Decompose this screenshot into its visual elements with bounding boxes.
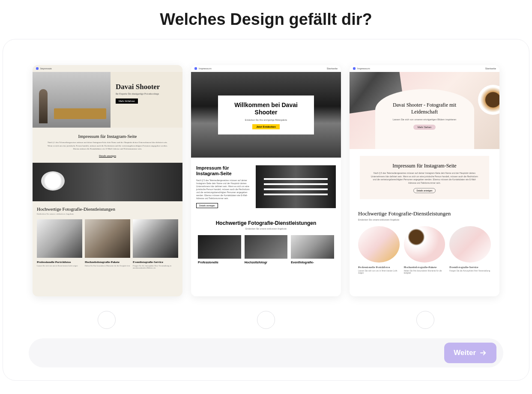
card-title: Eventfotografie- <box>291 261 334 264</box>
topbar-text: Impressum <box>357 67 370 70</box>
hero-section: Willkommen bei Davai Shooter Entdecken S… <box>191 72 341 158</box>
card-image <box>133 219 178 258</box>
card-image <box>245 235 288 259</box>
wide-image <box>33 163 182 201</box>
card-title: Professionelle Porträtfotos <box>358 266 400 269</box>
card-image <box>358 226 400 263</box>
arrow-right-icon <box>479 349 487 357</box>
card-title: Hochzeitsfotogr <box>245 261 288 264</box>
card-body: Fangen Sie die Atmosphäre Ihrer Veransta… <box>133 265 178 270</box>
card-body: Halten Sie Ihre besonderen Momente für d… <box>85 265 130 267</box>
impressum-section: Impressum für Instagram-Seite Nach § 5 d… <box>360 156 489 199</box>
services-subtitle: Entdecken Sie unsere exklusiven Angebote <box>200 227 332 230</box>
next-button-label: Weiter <box>454 349 476 357</box>
design-option-3[interactable]: Impressum Startseite Davai Shooter - Fot… <box>350 65 499 296</box>
topbar-text: Impressum <box>199 67 212 70</box>
impressum-body: Nach § 5 des Telemediengesetzes müssen a… <box>45 141 170 151</box>
footer-action-bar: Weiter <box>29 338 503 367</box>
services-section: Hochwertige Fotografie-Dienstleistungen … <box>33 201 182 275</box>
hero-text: Davai Shooter Ihr Experte für einzigarti… <box>111 72 182 128</box>
logo-icon <box>194 67 197 70</box>
services-header: Hochwertige Fotografie-Dienstleistungen … <box>191 216 341 233</box>
services-title: Hochwertige Fotografie-Dienstleistungen <box>37 206 178 212</box>
preview-topbar: Impressum Startseite <box>191 65 341 72</box>
card-image <box>449 226 491 263</box>
impressum-section: Impressum für Instagram-Seite Nach § 5 d… <box>33 128 182 163</box>
topbar-nav: Startseite <box>327 67 338 70</box>
impressum-title: Impressum für Instagram-Seite <box>369 163 480 169</box>
service-card: Professionelle Porträtfotos Lassen Sie s… <box>358 226 400 274</box>
hero-section: Davai Shooter Ihr Experte für einzigarti… <box>33 72 182 128</box>
impressum-body: Nach § 5 des Telemediengesetzes müssen a… <box>369 172 480 185</box>
card-title: Professionelle Porträtfotos <box>37 260 82 264</box>
card-title: Eventfotografie-Service <box>133 260 178 264</box>
select-design-1-radio[interactable] <box>98 311 116 329</box>
select-design-2-radio[interactable] <box>257 311 275 329</box>
card-image <box>291 235 334 259</box>
services-section: Hochwertige Fotografie-Dienstleistungen … <box>350 206 499 278</box>
card-title: Professionelle <box>198 261 241 264</box>
services-grid: Professionelle Porträtfotos Lassen Sie s… <box>358 226 491 274</box>
select-design-3-radio[interactable] <box>416 311 434 329</box>
preview-topbar: Impressum <box>33 65 182 72</box>
services-title: Hochwertige Fotografie-Dienstleistungen <box>200 220 332 226</box>
service-card: Hochzeitsfotografie-Pakete Halten Sie Ih… <box>85 219 130 270</box>
services-subtitle: Entdecken Sie unsere exklusiven Angebote <box>37 213 178 215</box>
page-title: Welches Design gefällt dir? <box>0 10 532 29</box>
impressum-body: Nach § 5 des Telemediengesetzes müssen a… <box>196 179 250 200</box>
impressum-title: Impressum für Instagram-Seite <box>45 134 170 139</box>
services-title: Hochwertige Fotografie-Dienstleistungen <box>358 210 491 217</box>
topbar-nav: Startseite <box>485 67 496 70</box>
hero-title: Davai Shooter - Fotografie mit Leidensch… <box>387 102 462 115</box>
card-body: Lassen Sie sich von uns in Ihrem besten … <box>37 265 82 267</box>
services-grid: Professionelle Hochzeitsfotogr Eventfoto… <box>191 233 341 264</box>
design-option-1[interactable]: Impressum Davai Shooter Ihr Experte für … <box>33 65 182 296</box>
design-picker-panel: Impressum Davai Shooter Ihr Experte für … <box>3 39 529 381</box>
hero-subtitle: Ihr Experte für einzigartige Fotoshootin… <box>116 93 177 95</box>
topbar-text: Impressum <box>40 67 52 70</box>
service-card: Professionelle Porträtfotos Lassen Sie s… <box>37 219 82 270</box>
details-button: Details anzeigen <box>196 203 218 208</box>
designs-row: Impressum Davai Shooter Ihr Experte für … <box>29 65 503 296</box>
card-body: Fangen Sie die Atmosphäre Ihrer Veransta… <box>449 270 491 272</box>
logo-icon <box>36 67 39 70</box>
card-image <box>85 219 130 258</box>
hero-section: Davai Shooter - Fotografie mit Leidensch… <box>350 72 499 149</box>
details-link: Details anzeigen <box>99 155 116 157</box>
hero-cta-button: Mehr Sehen <box>413 125 436 130</box>
details-button: Details anzeigen <box>413 188 436 193</box>
card-image <box>198 235 241 259</box>
hero-box: Davai Shooter - Fotografie mit Leidensch… <box>375 89 474 149</box>
hero-cta-button: Mehr Erfahren <box>116 98 138 104</box>
card-title: Eventfotografie-Service <box>449 266 491 269</box>
hero-subtitle: Entdecken Sie Ihre einzigartige Bilderga… <box>227 119 305 121</box>
card-image <box>37 219 82 258</box>
hero-title: Willkommen bei Davai Shooter <box>227 101 305 116</box>
service-card: Hochzeitsfotografie-Pakete Halten Sie Ih… <box>404 226 445 274</box>
impressum-section: Impressum für Instagram-Seite Nach § 5 d… <box>191 158 341 216</box>
hero-box: Willkommen bei Davai Shooter Entdecken S… <box>218 96 314 134</box>
services-subtitle: Entdecken Sie unsere exklusiven Angebote <box>358 218 491 221</box>
section-image <box>256 165 336 208</box>
next-button[interactable]: Weiter <box>444 343 496 363</box>
selector-dots-row <box>29 311 503 329</box>
service-card: Eventfotografie- <box>291 235 334 264</box>
service-card: Eventfotografie-Service Fangen Sie die A… <box>133 219 178 270</box>
preview-topbar: Impressum Startseite <box>350 65 499 72</box>
card-title: Hochzeitsfotografie-Pakete <box>85 260 130 264</box>
hero-subtitle: Lassen Sie sich von unseren einzigartige… <box>387 118 462 121</box>
service-card: Hochzeitsfotogr <box>245 235 288 264</box>
logo-icon <box>353 67 356 70</box>
card-image <box>404 226 445 263</box>
hero-image <box>33 72 111 128</box>
service-card: Professionelle <box>198 235 241 264</box>
service-card: Eventfotografie-Service Fangen Sie die A… <box>449 226 491 274</box>
card-title: Hochzeitsfotografie-Pakete <box>404 266 445 269</box>
hero-cta-button: Jetzt Entdecken <box>252 124 280 129</box>
impressum-title: Impressum für Instagram-Seite <box>196 165 250 176</box>
design-option-2[interactable]: Impressum Startseite Willkommen bei Dava… <box>191 65 341 296</box>
services-grid: Professionelle Porträtfotos Lassen Sie s… <box>37 219 178 270</box>
card-body: Halten Sie Ihre besonderen Momente für d… <box>404 270 445 274</box>
card-body: Lassen Sie sich von uns in Ihrem besten … <box>358 270 400 274</box>
hero-title: Davai Shooter <box>116 83 177 91</box>
